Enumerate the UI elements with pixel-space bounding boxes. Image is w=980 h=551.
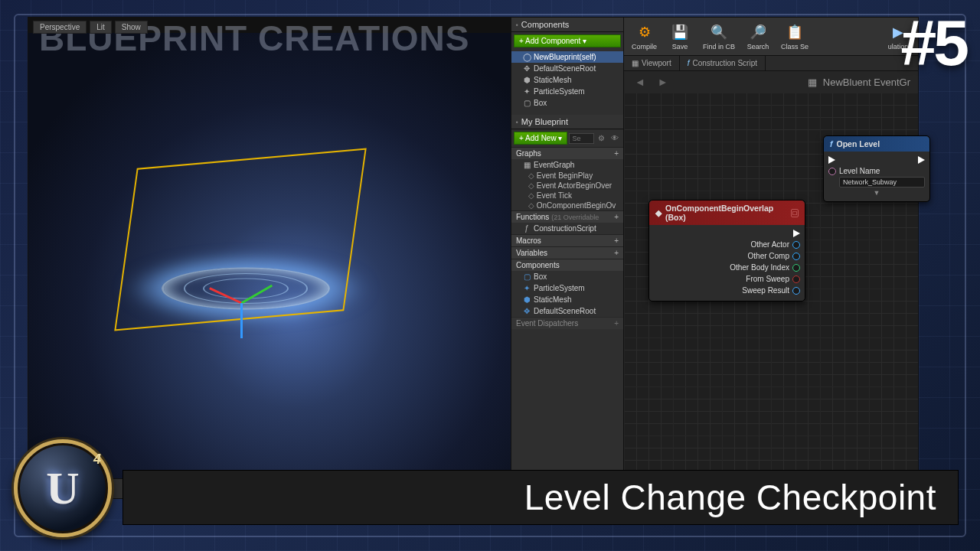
viewport-toolbar: Perspective Lit Show [33, 21, 148, 34]
ue-u-icon: U [31, 457, 94, 520]
search-button[interactable]: 🔎Search [741, 21, 775, 52]
viewport-lit-button[interactable]: Lit [90, 21, 112, 34]
node-oncomponentbeginoverlap[interactable]: ◆ OnComponentBeginOverlap (Box) □ Other … [648, 200, 805, 302]
viewport-panel: Perspective Lit Show Z X Y BLUEPRINT CRE… [28, 18, 511, 498]
add-dispatcher-icon[interactable]: + [614, 319, 619, 328]
event-tick[interactable]: Event Tick [511, 191, 623, 201]
compile-icon: ⚙ [635, 22, 655, 42]
title-banner: Level Change Checkpoint [122, 470, 959, 525]
pin-from-sweep[interactable] [792, 276, 800, 283]
node-header: f Open Level [824, 136, 929, 152]
expand-node-icon[interactable]: ▼ [828, 187, 925, 197]
var-box[interactable]: ▢Box [511, 271, 623, 282]
video-title: Level Change Checkpoint [524, 477, 936, 518]
node-header: ◆ OnComponentBeginOverlap (Box) □ [649, 201, 805, 225]
visibility-icon[interactable]: 👁 [609, 134, 621, 142]
myblueprint-search-input[interactable] [569, 133, 594, 144]
add-macro-icon[interactable]: + [614, 236, 619, 245]
box-icon: ▢ [522, 99, 531, 107]
scene-root-icon: ✥ [522, 64, 531, 73]
editor-tabs: ▦Viewport fConstruction Script [624, 56, 918, 71]
exec-in-pin[interactable] [828, 156, 835, 164]
function-icon: ƒ [522, 224, 531, 233]
exec-out-pin[interactable] [918, 156, 925, 164]
component-item-root[interactable]: ✥DefaultSceneRoot [511, 63, 623, 74]
viewport-show-button[interactable]: Show [115, 21, 148, 34]
particle-icon: ✦ [522, 87, 531, 96]
graph-breadcrumb: ◄ ► ▦ NewBluent EventGr [624, 71, 918, 93]
search-icon: 🔎 [748, 22, 768, 42]
save-button[interactable]: 💾Save [663, 21, 697, 52]
blueprint-icon: ◯ [522, 53, 531, 61]
components-section[interactable]: Components [511, 259, 623, 271]
main-toolbar: ⚙Compile 💾Save 🔍Find in CB 🔎Search 📋Clas… [624, 18, 918, 56]
event-componentbeginoverlap[interactable]: OnComponentBeginOv [511, 201, 623, 210]
breadcrumb-graph-icon: ▦ [808, 77, 817, 88]
add-graph-icon[interactable]: + [614, 149, 619, 158]
pin-level-name[interactable] [828, 168, 836, 175]
event-actorbeginoverlap[interactable]: Event ActorBeginOver [511, 181, 623, 191]
component-item-staticmesh[interactable]: ⬢StaticMesh [511, 74, 623, 86]
tab-viewport[interactable]: ▦Viewport [624, 56, 680, 70]
particle-var-icon: ✦ [522, 284, 531, 292]
graphs-section[interactable]: Graphs+ [511, 147, 623, 159]
delegate-pin-icon[interactable]: □ [791, 209, 799, 217]
mesh-icon: ⬢ [522, 76, 531, 84]
var-root[interactable]: ✥DefaultSceneRoot [511, 305, 623, 317]
class-settings-button[interactable]: 📋Class Se [776, 21, 813, 52]
ue-version-badge: 4 [93, 452, 101, 468]
find-button[interactable]: 🔍Find in CB [698, 21, 740, 52]
unreal-editor-window: Perspective Lit Show Z X Y BLUEPRINT CRE… [28, 17, 919, 499]
settings-icon[interactable]: ⚙ [596, 134, 607, 142]
save-icon: 💾 [670, 22, 690, 42]
find-icon: 🔍 [709, 22, 729, 42]
var-particle[interactable]: ✦ParticleSystem [511, 282, 623, 294]
transform-gizmo[interactable] [206, 269, 275, 337]
function-tab-icon: f [688, 59, 690, 67]
add-component-button[interactable]: + Add Component [514, 34, 621, 47]
function-node-icon: f [830, 139, 833, 148]
pin-other-actor[interactable] [792, 241, 800, 249]
viewport-3d-scene[interactable]: Z X Y [28, 33, 511, 498]
viewport-perspective-button[interactable]: Perspective [33, 21, 87, 34]
viewport-tab-icon: ▦ [632, 59, 639, 67]
dispatchers-section[interactable]: Event Dispatchers+ [511, 317, 623, 329]
component-item-particle[interactable]: ✦ParticleSystem [511, 86, 623, 97]
macros-section[interactable]: Macros+ [511, 234, 623, 246]
param-label: Level Name [839, 167, 880, 175]
component-item-box[interactable]: ▢Box [511, 97, 623, 109]
breadcrumb[interactable]: NewBluent EventGr [823, 77, 910, 88]
eventgraph-item[interactable]: ▦EventGraph [511, 159, 623, 171]
class-settings-icon: 📋 [785, 22, 805, 42]
exec-out-pin[interactable] [793, 230, 800, 237]
compile-button[interactable]: ⚙Compile [627, 21, 662, 52]
component-item-self[interactable]: ◯NewBlueprint(self) [511, 51, 623, 63]
side-panels-column: Components + Add Component ◯NewBlueprint… [511, 18, 624, 498]
pin-other-comp[interactable] [792, 253, 800, 260]
nav-forward-button[interactable]: ► [655, 76, 671, 88]
pin-sweep-result[interactable] [792, 287, 800, 295]
node-open-level[interactable]: f Open Level Level Name Network_Subway [823, 135, 930, 202]
constructionscript-item[interactable]: ƒConstructionScript [511, 223, 623, 234]
graph-editor-column: ⚙Compile 💾Save 🔍Find in CB 🔎Search 📋Clas… [624, 18, 918, 498]
functions-section[interactable]: Functions (21 Overridable+ [511, 210, 623, 223]
root-var-icon: ✥ [522, 307, 531, 315]
add-function-icon[interactable]: + [614, 213, 619, 221]
nav-back-button[interactable]: ◄ [632, 76, 648, 88]
event-icon: ◆ [655, 208, 662, 217]
var-mesh[interactable]: ⬢StaticMesh [511, 294, 623, 305]
pin-body-index[interactable] [792, 264, 800, 272]
add-new-button[interactable]: + Add New [514, 132, 567, 145]
play-icon: ▶ [888, 22, 908, 42]
tab-construction[interactable]: fConstruction Script [680, 56, 766, 70]
level-name-input[interactable]: Network_Subway [839, 177, 925, 187]
event-graph-canvas[interactable]: ◆ OnComponentBeginOverlap (Box) □ Other … [624, 93, 918, 498]
unreal-engine-logo: U 4 [14, 439, 112, 537]
variables-section[interactable]: Variables+ [511, 246, 623, 259]
graph-icon: ▦ [522, 161, 531, 169]
add-variable-icon[interactable]: + [614, 249, 619, 257]
components-tree: ◯NewBlueprint(self) ✥DefaultSceneRoot ⬢S… [511, 50, 623, 110]
myblueprint-panel-header: My Blueprint [511, 115, 623, 129]
event-beginplay[interactable]: Event BeginPlay [511, 171, 623, 181]
simulation-button[interactable]: ▶ulation [881, 21, 915, 52]
